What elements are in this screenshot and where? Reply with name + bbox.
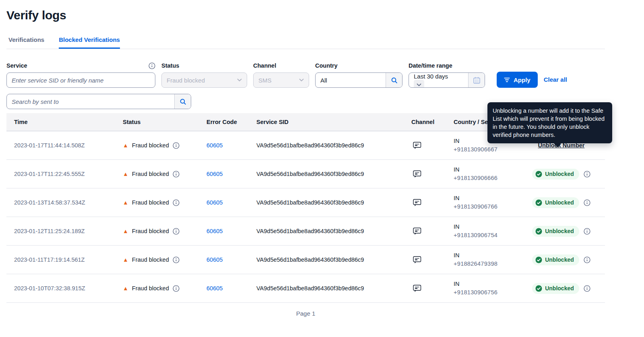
- calendar-button[interactable]: [468, 73, 485, 87]
- time-cell: 2023-01-13T14:58:37.534Z: [6, 199, 115, 206]
- apply-button[interactable]: Apply: [497, 72, 538, 88]
- channel-label: Channel: [253, 62, 276, 69]
- error-code-cell: 60605: [199, 142, 249, 149]
- channel-select: SMS: [253, 72, 309, 88]
- country-code: IN: [454, 280, 518, 288]
- info-icon[interactable]: [584, 228, 590, 235]
- clear-all-link[interactable]: Clear all: [544, 72, 567, 88]
- country-search-button[interactable]: [386, 73, 402, 87]
- channel-cell: [404, 170, 446, 178]
- sent-to-number: +918826479398: [454, 260, 518, 268]
- column-header-status: Status: [115, 119, 199, 125]
- error-code-link[interactable]: 60605: [206, 256, 223, 263]
- date-range-value: Last 30 days: [414, 73, 448, 80]
- sms-chat-icon: [413, 227, 446, 235]
- info-icon[interactable]: [173, 228, 180, 235]
- time-cell: 2023-01-17T11:44:14.508Z: [6, 142, 115, 149]
- country-code: IN: [454, 194, 518, 203]
- status-label: Fraud blocked: [132, 228, 169, 234]
- info-icon[interactable]: [173, 171, 180, 178]
- check-circle-icon: [535, 285, 542, 292]
- info-icon[interactable]: [584, 171, 590, 178]
- status-select: Fraud blocked: [161, 72, 247, 88]
- status-cell: ▲Fraud blocked: [115, 228, 199, 235]
- info-icon[interactable]: [173, 285, 180, 292]
- warning-icon: ▲: [123, 228, 128, 234]
- unblock-tooltip: Unblocking a number will add it to the S…: [487, 102, 612, 143]
- country-sent-to-cell: IN+918130906756: [446, 280, 518, 297]
- time-cell: 2023-01-11T17:19:14.561Z: [6, 256, 115, 263]
- status-label: Fraud blocked: [132, 285, 169, 292]
- filter-icon: [504, 77, 510, 83]
- status-label: Fraud blocked: [132, 199, 169, 206]
- status-filter: Status Fraud blocked: [161, 62, 247, 88]
- country-sent-to-cell: IN+918130906766: [446, 194, 518, 211]
- check-circle-icon: [535, 228, 542, 235]
- action-cell: Unblocked: [518, 254, 605, 265]
- sms-chat-icon: [413, 199, 446, 207]
- service-sid-cell: VA9d5e56d1bafbe8ad964360f3b9ed86c9: [249, 256, 404, 263]
- error-code-link[interactable]: 60605: [206, 142, 223, 149]
- table-row: 2023-01-10T07:32:38.915Z▲Fraud blocked60…: [6, 274, 605, 303]
- verify-logs-page: Verify logs Verifications Blocked Verifi…: [0, 0, 644, 337]
- error-code-link[interactable]: 60605: [206, 285, 223, 292]
- info-icon[interactable]: [173, 199, 180, 206]
- tab-verifications[interactable]: Verifications: [8, 36, 44, 49]
- warning-icon: ▲: [123, 143, 128, 148]
- error-code-link[interactable]: 60605: [206, 171, 223, 177]
- country-code: IN: [454, 165, 518, 174]
- service-label: Service: [6, 62, 27, 69]
- action-cell: Unblocked: [518, 169, 605, 180]
- error-code-link[interactable]: 60605: [206, 199, 223, 206]
- country-input[interactable]: [316, 73, 386, 87]
- service-sid-cell: VA9d5e56d1bafbe8ad964360f3b9ed86c9: [249, 285, 404, 292]
- chevron-down-icon: [414, 80, 424, 88]
- info-icon[interactable]: [149, 62, 155, 69]
- apply-button-label: Apply: [514, 76, 530, 83]
- date-range-select[interactable]: Last 30 days: [409, 73, 468, 87]
- tab-blocked-verifications[interactable]: Blocked Verifications: [59, 36, 120, 49]
- info-icon[interactable]: [173, 256, 180, 263]
- sent-to-number: +918130906666: [454, 174, 518, 182]
- status-label: Fraud blocked: [132, 142, 169, 149]
- info-icon[interactable]: [584, 285, 590, 292]
- column-header-service-sid: Service SID: [249, 119, 404, 125]
- table-row: 2023-01-17T11:22:45.555Z▲Fraud blocked60…: [6, 160, 605, 188]
- action-cell: Unblocked: [518, 283, 605, 294]
- time-cell: 2023-01-10T07:32:38.915Z: [6, 285, 115, 292]
- info-icon[interactable]: [584, 256, 590, 263]
- sms-chat-icon: [413, 142, 446, 149]
- status-select-value: Fraud blocked: [167, 77, 205, 84]
- error-code-cell: 60605: [199, 199, 249, 206]
- status-cell: ▲Fraud blocked: [115, 199, 199, 206]
- error-code-cell: 60605: [199, 228, 249, 234]
- channel-cell: [404, 227, 446, 235]
- column-header-channel: Channel: [404, 119, 446, 125]
- unblock-tooltip-text: Unblocking a number will add it to the S…: [493, 108, 605, 138]
- info-icon[interactable]: [173, 142, 180, 149]
- country-sent-to-cell: IN+918826479398: [446, 251, 518, 268]
- search-button[interactable]: [174, 94, 191, 109]
- unblocked-badge: Unblocked: [532, 226, 579, 237]
- service-input[interactable]: [7, 73, 155, 87]
- error-code-link[interactable]: 60605: [206, 228, 223, 234]
- page-title: Verify logs: [6, 8, 638, 23]
- warning-icon: ▲: [123, 171, 128, 177]
- sent-to-number: +918130906756: [454, 288, 518, 297]
- check-circle-icon: [535, 199, 542, 206]
- filter-actions: Apply Clear all: [491, 62, 567, 88]
- check-circle-icon: [535, 256, 542, 263]
- unblocked-badge: Unblocked: [532, 197, 579, 208]
- sms-chat-icon: [413, 285, 446, 292]
- status-cell: ▲Fraud blocked: [115, 171, 199, 178]
- date-range-filter: Date/time range Last 30 days: [409, 62, 485, 88]
- tooltip-arrow: [554, 143, 561, 147]
- country-filter: Country: [315, 62, 402, 88]
- info-icon[interactable]: [584, 199, 590, 206]
- table-row: 2023-01-11T17:19:14.561Z▲Fraud blocked60…: [6, 246, 605, 274]
- channel-cell: [404, 142, 446, 149]
- country-label: Country: [315, 62, 338, 69]
- date-range-label: Date/time range: [409, 62, 452, 69]
- channel-select-value: SMS: [258, 77, 272, 84]
- search-input[interactable]: [7, 94, 174, 109]
